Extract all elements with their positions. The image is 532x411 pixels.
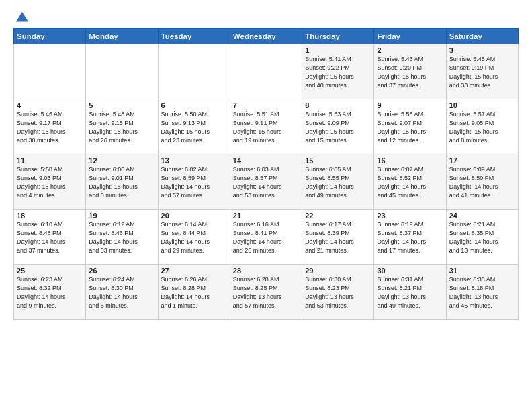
day-number: 13 — [161, 156, 227, 165]
day-info: Sunrise: 6:23 AM Sunset: 8:32 PM Dayligh… — [17, 275, 83, 310]
page: SundayMondayTuesdayWednesdayThursdayFrid… — [0, 0, 532, 411]
day-cell: 19Sunrise: 6:12 AM Sunset: 8:46 PM Dayli… — [86, 210, 158, 265]
day-info: Sunrise: 6:00 AM Sunset: 9:01 PM Dayligh… — [89, 165, 154, 200]
day-info: Sunrise: 5:45 AM Sunset: 9:19 PM Dayligh… — [449, 55, 515, 90]
day-cell: 23Sunrise: 6:19 AM Sunset: 8:37 PM Dayli… — [374, 210, 446, 265]
day-cell: 2Sunrise: 5:43 AM Sunset: 9:20 PM Daylig… — [374, 44, 446, 99]
day-cell: 8Sunrise: 5:53 AM Sunset: 9:09 PM Daylig… — [302, 99, 374, 154]
day-cell — [14, 44, 86, 99]
day-info: Sunrise: 6:26 AM Sunset: 8:28 PM Dayligh… — [161, 275, 227, 310]
week-row-4: 18Sunrise: 6:10 AM Sunset: 8:48 PM Dayli… — [14, 210, 519, 265]
logo-icon — [15, 11, 30, 26]
day-cell: 21Sunrise: 6:16 AM Sunset: 8:41 PM Dayli… — [230, 210, 302, 265]
day-info: Sunrise: 6:24 AM Sunset: 8:30 PM Dayligh… — [89, 275, 154, 310]
day-cell: 11Sunrise: 5:58 AM Sunset: 9:03 PM Dayli… — [14, 154, 86, 210]
day-number: 3 — [449, 46, 515, 54]
day-cell: 25Sunrise: 6:23 AM Sunset: 8:32 PM Dayli… — [14, 265, 86, 320]
week-row-2: 4Sunrise: 5:46 AM Sunset: 9:17 PM Daylig… — [14, 99, 519, 154]
day-info: Sunrise: 6:16 AM Sunset: 8:41 PM Dayligh… — [233, 220, 299, 255]
day-number: 18 — [17, 212, 83, 220]
day-info: Sunrise: 6:09 AM Sunset: 8:50 PM Dayligh… — [449, 165, 515, 200]
day-cell: 4Sunrise: 5:46 AM Sunset: 9:17 PM Daylig… — [14, 99, 86, 154]
weekday-header-tuesday: Tuesday — [158, 29, 230, 44]
day-cell: 27Sunrise: 6:26 AM Sunset: 8:28 PM Dayli… — [158, 265, 230, 320]
day-info: Sunrise: 6:19 AM Sunset: 8:37 PM Dayligh… — [377, 220, 443, 255]
day-info: Sunrise: 6:21 AM Sunset: 8:35 PM Dayligh… — [449, 220, 515, 255]
day-number: 30 — [377, 267, 443, 275]
day-info: Sunrise: 6:07 AM Sunset: 8:52 PM Dayligh… — [377, 165, 443, 200]
day-cell: 9Sunrise: 5:55 AM Sunset: 9:07 PM Daylig… — [374, 99, 446, 154]
day-info: Sunrise: 6:28 AM Sunset: 8:25 PM Dayligh… — [233, 275, 299, 310]
day-cell: 16Sunrise: 6:07 AM Sunset: 8:52 PM Dayli… — [374, 154, 446, 210]
day-number: 22 — [305, 212, 371, 220]
day-number: 6 — [161, 101, 227, 109]
day-number: 14 — [233, 156, 299, 165]
day-cell: 7Sunrise: 5:51 AM Sunset: 9:11 PM Daylig… — [230, 99, 302, 154]
week-row-3: 11Sunrise: 5:58 AM Sunset: 9:03 PM Dayli… — [14, 154, 519, 210]
day-info: Sunrise: 5:46 AM Sunset: 9:17 PM Dayligh… — [17, 110, 83, 145]
weekday-header-wednesday: Wednesday — [230, 29, 302, 44]
week-row-5: 25Sunrise: 6:23 AM Sunset: 8:32 PM Dayli… — [14, 265, 519, 320]
day-info: Sunrise: 6:17 AM Sunset: 8:39 PM Dayligh… — [305, 220, 371, 255]
day-cell: 31Sunrise: 6:33 AM Sunset: 8:18 PM Dayli… — [446, 265, 518, 320]
day-cell: 24Sunrise: 6:21 AM Sunset: 8:35 PM Dayli… — [446, 210, 518, 265]
day-info: Sunrise: 5:50 AM Sunset: 9:13 PM Dayligh… — [161, 110, 227, 145]
weekday-header-friday: Friday — [374, 29, 446, 44]
day-cell: 14Sunrise: 6:03 AM Sunset: 8:57 PM Dayli… — [230, 154, 302, 210]
day-number: 31 — [449, 267, 515, 275]
day-cell: 20Sunrise: 6:14 AM Sunset: 8:44 PM Dayli… — [158, 210, 230, 265]
day-number: 10 — [449, 101, 515, 109]
weekday-header-row: SundayMondayTuesdayWednesdayThursdayFrid… — [14, 29, 519, 44]
day-info: Sunrise: 5:51 AM Sunset: 9:11 PM Dayligh… — [233, 110, 299, 145]
day-number: 5 — [89, 101, 154, 109]
day-cell: 15Sunrise: 6:05 AM Sunset: 8:55 PM Dayli… — [302, 154, 374, 210]
day-cell: 17Sunrise: 6:09 AM Sunset: 8:50 PM Dayli… — [446, 154, 518, 210]
day-cell — [86, 44, 158, 99]
day-number: 7 — [233, 101, 299, 109]
day-number: 2 — [377, 46, 443, 54]
day-number: 29 — [305, 267, 371, 275]
day-number: 24 — [449, 212, 515, 220]
day-cell: 10Sunrise: 5:57 AM Sunset: 9:05 PM Dayli… — [446, 99, 518, 154]
day-number: 20 — [161, 212, 227, 220]
day-number: 4 — [17, 101, 83, 109]
weekday-header-saturday: Saturday — [446, 29, 518, 44]
day-number: 26 — [89, 267, 154, 275]
day-number: 8 — [305, 101, 371, 109]
day-info: Sunrise: 5:58 AM Sunset: 9:03 PM Dayligh… — [17, 165, 83, 200]
day-cell: 30Sunrise: 6:31 AM Sunset: 8:21 PM Dayli… — [374, 265, 446, 320]
day-cell: 3Sunrise: 5:45 AM Sunset: 9:19 PM Daylig… — [446, 44, 518, 99]
day-info: Sunrise: 5:57 AM Sunset: 9:05 PM Dayligh… — [449, 110, 515, 145]
day-cell: 18Sunrise: 6:10 AM Sunset: 8:48 PM Dayli… — [14, 210, 86, 265]
svg-marker-0 — [16, 12, 28, 22]
day-info: Sunrise: 6:31 AM Sunset: 8:21 PM Dayligh… — [377, 275, 443, 310]
day-info: Sunrise: 6:14 AM Sunset: 8:44 PM Dayligh… — [161, 220, 227, 255]
day-cell: 12Sunrise: 6:00 AM Sunset: 9:01 PM Dayli… — [86, 154, 158, 210]
day-info: Sunrise: 5:41 AM Sunset: 9:22 PM Dayligh… — [305, 55, 371, 90]
week-row-1: 1Sunrise: 5:41 AM Sunset: 9:22 PM Daylig… — [14, 44, 519, 99]
day-info: Sunrise: 5:48 AM Sunset: 9:15 PM Dayligh… — [89, 110, 154, 145]
day-number: 12 — [89, 156, 154, 165]
day-number: 28 — [233, 267, 299, 275]
day-info: Sunrise: 6:10 AM Sunset: 8:48 PM Dayligh… — [17, 220, 83, 255]
logo — [13, 11, 30, 23]
day-number: 27 — [161, 267, 227, 275]
day-info: Sunrise: 6:05 AM Sunset: 8:55 PM Dayligh… — [305, 165, 371, 200]
day-number: 21 — [233, 212, 299, 220]
day-cell — [158, 44, 230, 99]
day-cell: 1Sunrise: 5:41 AM Sunset: 9:22 PM Daylig… — [302, 44, 374, 99]
calendar-table: SundayMondayTuesdayWednesdayThursdayFrid… — [13, 28, 519, 320]
day-info: Sunrise: 5:43 AM Sunset: 9:20 PM Dayligh… — [377, 55, 443, 90]
day-cell: 29Sunrise: 6:30 AM Sunset: 8:23 PM Dayli… — [302, 265, 374, 320]
day-cell — [230, 44, 302, 99]
day-cell: 6Sunrise: 5:50 AM Sunset: 9:13 PM Daylig… — [158, 99, 230, 154]
day-number: 16 — [377, 156, 443, 165]
weekday-header-sunday: Sunday — [14, 29, 86, 44]
day-number: 9 — [377, 101, 443, 109]
day-number: 23 — [377, 212, 443, 220]
day-cell: 26Sunrise: 6:24 AM Sunset: 8:30 PM Dayli… — [86, 265, 158, 320]
weekday-header-thursday: Thursday — [302, 29, 374, 44]
day-cell: 28Sunrise: 6:28 AM Sunset: 8:25 PM Dayli… — [230, 265, 302, 320]
day-number: 25 — [17, 267, 83, 275]
day-info: Sunrise: 6:33 AM Sunset: 8:18 PM Dayligh… — [449, 275, 515, 310]
